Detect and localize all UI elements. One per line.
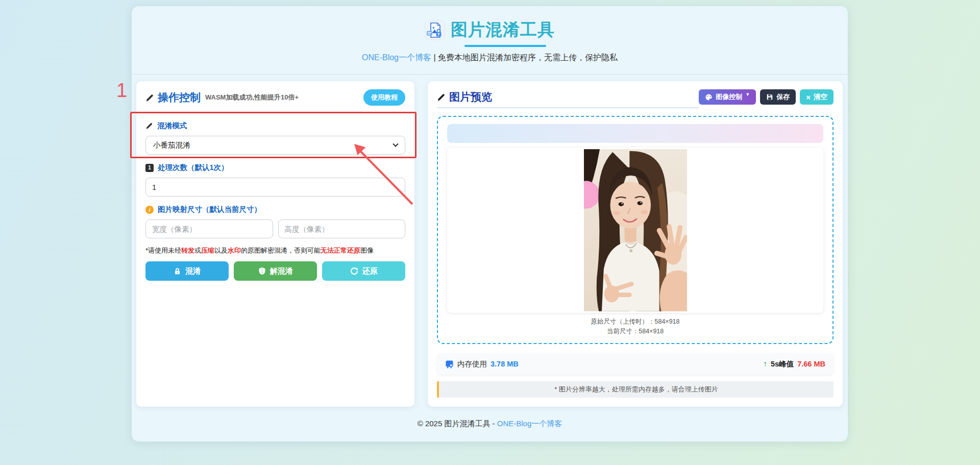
footer-text: © 2025 图片混淆工具 - xyxy=(418,419,497,428)
main-container: 图片混淆工具 ONE-Blog一个博客 | 免费本地图片混淆加密程序，无需上传，… xyxy=(132,6,848,442)
close-icon: × xyxy=(806,93,811,102)
memory-usage-bar: 内存使用 3.78 MB ↑ 5s峰值 7.66 MB xyxy=(437,353,834,375)
subtitle-blog-link[interactable]: ONE-Blog一个博客 xyxy=(362,53,431,62)
process-count-input[interactable] xyxy=(145,178,405,197)
preview-toolbar-placeholder xyxy=(447,124,823,143)
image-control-button[interactable]: 图像控制 ▼ xyxy=(699,89,756,105)
footer-blog-link[interactable]: ONE-Blog一个博客 xyxy=(497,419,562,428)
obfuscate-button[interactable]: 混淆 xyxy=(145,261,229,281)
count-icon: 1 xyxy=(145,164,154,172)
operation-control-title: 操作控制 xyxy=(145,90,201,105)
memory-value: 3.78 MB xyxy=(491,360,519,368)
pencil-icon xyxy=(145,93,154,102)
mode-label: 混淆模式 xyxy=(145,121,405,131)
caret-down-icon: ▼ xyxy=(745,92,750,97)
pencil-icon xyxy=(145,122,153,130)
shield-icon xyxy=(258,267,266,275)
refresh-icon xyxy=(350,267,358,275)
image-preview-header: 图片预览 图像控制 ▼ xyxy=(437,89,834,112)
page-title: 图片混淆工具 xyxy=(451,18,555,41)
peak-value: 7.66 MB xyxy=(797,360,825,368)
count-label: 1 处理次数（默认1次） xyxy=(145,163,405,173)
subtitle-text: | 免费本地图片混淆加密程序，无需上传，保护隐私 xyxy=(431,53,618,62)
preview-title-underline xyxy=(437,107,699,108)
memory-icon xyxy=(445,360,454,369)
app-header: 图片混淆工具 ONE-Blog一个博客 | 免费本地图片混淆加密程序，无需上传，… xyxy=(132,6,848,75)
peak-label: 5s峰值 xyxy=(771,359,794,369)
obfuscation-mode-value: 小番茄混淆 xyxy=(153,140,190,150)
obfuscation-mode-select[interactable]: 小番茄混淆 xyxy=(145,136,405,155)
pencil-icon xyxy=(437,93,446,102)
image-preview-panel: 图片预览 图像控制 ▼ xyxy=(428,81,843,407)
save-button[interactable]: 保存 xyxy=(760,89,796,105)
deobfuscate-button[interactable]: 解混淆 xyxy=(234,261,317,281)
subtitle: ONE-Blog一个博客 | 免费本地图片混淆加密程序，无需上传，保护隐私 xyxy=(132,53,848,63)
title-underline xyxy=(464,45,546,47)
size-info: 原始尺寸（上传时）：584×918 当前尺寸：584×918 xyxy=(447,317,823,336)
warning-text: *请使用未经转发或压缩以及水印的原图解密混淆，否则可能无法正常还原图像 xyxy=(145,246,405,255)
image-preview-title: 图片预览 xyxy=(437,90,492,104)
map-size-label: i 图片映射尺寸（默认当前尺寸） xyxy=(145,205,405,214)
memory-label: 内存使用 xyxy=(457,359,487,369)
tutorial-button[interactable]: 使用教程 xyxy=(363,89,405,106)
original-size-row: 原始尺寸（上传时）：584×918 xyxy=(447,317,823,327)
current-size-row: 当前尺寸：584×918 xyxy=(447,327,823,336)
original-size-value: 584×918 xyxy=(654,318,679,325)
clear-button[interactable]: × 清空 xyxy=(800,89,834,105)
image-dropzone[interactable]: 原始尺寸（上传时）：584×918 当前尺寸：584×918 xyxy=(437,116,834,344)
preview-photo xyxy=(584,149,687,311)
operation-control-header: 操作控制 WASM加载成功,性能提升10倍+ 使用教程 xyxy=(145,89,405,113)
memory-notice: * 图片分辨率越大，处理所需内存越多，请合理上传图片 xyxy=(437,381,834,398)
restore-button[interactable]: 还原 xyxy=(322,261,405,281)
lock-icon xyxy=(174,267,181,275)
photo-card xyxy=(447,148,823,313)
annotation-step-number: 1 xyxy=(116,80,127,102)
peak-up-icon: ↑ xyxy=(763,359,767,369)
info-icon: i xyxy=(145,206,154,214)
operation-control-panel: 操作控制 WASM加载成功,性能提升10倍+ 使用教程 混淆模式 小番茄混淆 xyxy=(136,81,414,407)
height-input[interactable] xyxy=(278,219,406,238)
chevron-down-icon xyxy=(393,141,398,146)
width-input[interactable] xyxy=(145,219,273,238)
palette-icon xyxy=(705,93,713,101)
app-logo-icon xyxy=(425,20,445,40)
page-background: 图片混淆工具 ONE-Blog一个博客 | 免费本地图片混淆加密程序，无需上传，… xyxy=(0,0,980,465)
save-icon xyxy=(766,93,773,101)
wasm-status-text: WASM加载成功,性能提升10倍+ xyxy=(205,93,299,102)
footer: © 2025 图片混淆工具 - ONE-Blog一个博客 xyxy=(132,419,848,429)
current-size-value: 584×918 xyxy=(639,328,664,335)
